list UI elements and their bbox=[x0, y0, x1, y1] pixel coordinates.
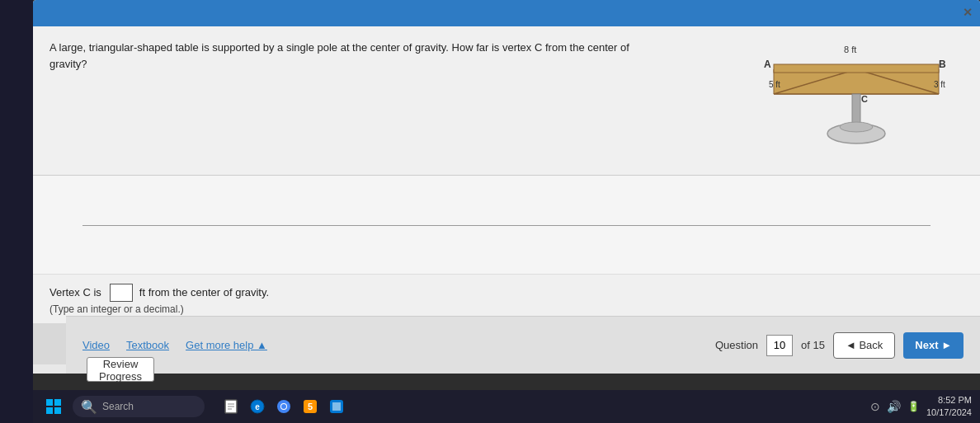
bottom-nav: Video Textbook Get more help ▲ Question … bbox=[66, 316, 980, 374]
svg-text:C: C bbox=[861, 94, 868, 104]
svg-rect-14 bbox=[46, 407, 53, 414]
taskbar-icon-chrome[interactable] bbox=[272, 395, 295, 418]
header-bar bbox=[33, 0, 980, 26]
svg-rect-28 bbox=[332, 402, 341, 411]
video-link[interactable]: Video bbox=[82, 339, 110, 351]
svg-text:5 ft: 5 ft bbox=[769, 80, 780, 89]
svg-rect-5 bbox=[774, 64, 939, 73]
taskbar-icon-browser[interactable]: e bbox=[246, 395, 269, 418]
svg-text:B: B bbox=[939, 59, 946, 70]
next-button[interactable]: Next ► bbox=[903, 332, 964, 359]
svg-text:3 ft: 3 ft bbox=[934, 80, 945, 89]
taskbar-icons: e 5 bbox=[219, 395, 348, 418]
main-content: ✕ A large, triangular-shaped table is su… bbox=[33, 0, 980, 374]
nav-right: Question 10 of 15 ◄ Back Next ► bbox=[715, 332, 964, 359]
answer-unit: ft from the center of gravity. bbox=[139, 286, 269, 298]
svg-rect-13 bbox=[54, 399, 61, 406]
answer-subtext: (Type an integer or a decimal.) bbox=[49, 303, 269, 315]
svg-rect-15 bbox=[54, 407, 61, 414]
taskbar-search[interactable]: 🔍 Search bbox=[73, 396, 205, 417]
taskbar-clock: 8:52 PM 10/17/2024 bbox=[926, 394, 972, 420]
divider-line bbox=[82, 225, 931, 226]
back-button[interactable]: ◄ Back bbox=[833, 332, 895, 359]
question-label: Question bbox=[715, 339, 758, 351]
answer-input[interactable] bbox=[110, 284, 133, 302]
taskbar-icon-app4[interactable]: 5 bbox=[299, 395, 322, 418]
taskbar-right: ⊙ 🔊 🔋 8:52 PM 10/17/2024 bbox=[870, 394, 972, 420]
question-text: A large, triangular-shaped table is supp… bbox=[49, 40, 643, 72]
review-progress-button[interactable]: Review Progress bbox=[87, 357, 154, 382]
svg-text:8 ft: 8 ft bbox=[844, 45, 856, 54]
search-icon: 🔍 bbox=[81, 399, 97, 415]
question-number[interactable]: 10 bbox=[766, 335, 793, 356]
svg-point-24 bbox=[281, 404, 286, 409]
question-area: A large, triangular-shaped table is supp… bbox=[33, 26, 980, 175]
answer-prompt: Vertex C is bbox=[49, 286, 101, 298]
search-text: Search bbox=[102, 401, 134, 412]
work-area bbox=[33, 175, 980, 274]
windows-taskbar: Review Progress 🔍 Search bbox=[33, 390, 980, 423]
clock-date: 10/17/2024 bbox=[926, 407, 972, 419]
clock-time: 8:52 PM bbox=[926, 394, 972, 407]
taskbar-icon-app5[interactable] bbox=[325, 395, 348, 418]
left-strip bbox=[0, 0, 33, 423]
taskbar-icon-file[interactable] bbox=[219, 395, 243, 418]
svg-text:e: e bbox=[255, 402, 260, 411]
svg-text:A: A bbox=[764, 59, 771, 70]
tray-wifi: ⊙ bbox=[870, 400, 880, 413]
textbook-link[interactable]: Textbook bbox=[126, 339, 169, 351]
svg-point-10 bbox=[840, 122, 873, 132]
screen: ✕ A large, triangular-shaped table is su… bbox=[0, 0, 980, 423]
close-button[interactable]: ✕ bbox=[960, 5, 975, 20]
nav-links: Video Textbook Get more help ▲ bbox=[82, 339, 267, 351]
svg-rect-12 bbox=[46, 399, 53, 406]
triangle-illustration: A B 8 ft 5 ft 3 ft bbox=[757, 36, 955, 168]
help-link[interactable]: Get more help ▲ bbox=[186, 339, 267, 351]
svg-text:5: 5 bbox=[308, 402, 313, 411]
start-button[interactable] bbox=[41, 394, 66, 419]
tray-sound: 🔊 bbox=[887, 400, 901, 413]
question-total: of 15 bbox=[801, 339, 825, 351]
tray-battery: 🔋 bbox=[907, 401, 920, 412]
